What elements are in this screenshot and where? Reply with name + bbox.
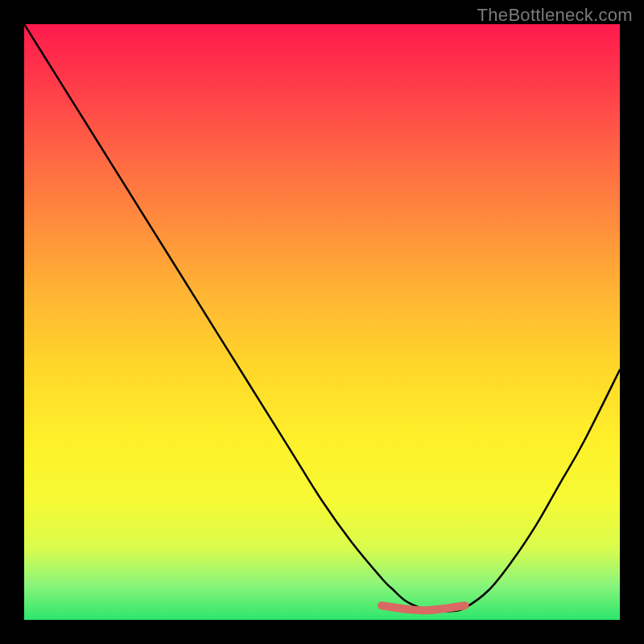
performance-curve xyxy=(24,24,620,620)
min-band-highlight xyxy=(382,605,465,610)
watermark-source: TheBottleneck.com xyxy=(477,5,633,26)
bottleneck-gradient-plot xyxy=(24,24,620,620)
v-curve xyxy=(24,24,620,612)
chart-container: TheBottleneck.com xyxy=(0,0,644,644)
